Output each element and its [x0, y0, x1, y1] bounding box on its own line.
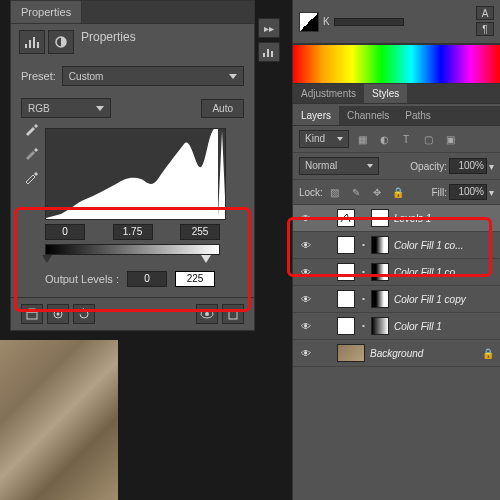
- svg-point-8: [57, 313, 60, 316]
- layer-name[interactable]: Color Fill 1 copy: [394, 294, 494, 305]
- visibility-icon[interactable]: [196, 304, 218, 324]
- filter-smart-icon[interactable]: ▣: [441, 131, 459, 147]
- layer-colorfill-co-2[interactable]: 👁 ∘ Color Fill 1 co...: [293, 259, 500, 286]
- layer-name[interactable]: Levels 1: [394, 213, 494, 224]
- filter-pixel-icon[interactable]: ▦: [353, 131, 371, 147]
- adjustment-thumb-icon[interactable]: [337, 209, 355, 227]
- fill-field[interactable]: 100%: [449, 184, 487, 200]
- blend-mode-select[interactable]: Normal: [299, 157, 379, 175]
- bg-thumb[interactable]: [337, 344, 365, 362]
- color-swatch-icon[interactable]: [299, 12, 319, 32]
- text-tool-icon[interactable]: A: [476, 6, 494, 20]
- collapsed-dock: ▸▸: [258, 18, 280, 62]
- eyedropper-gray-icon[interactable]: [23, 145, 39, 161]
- fill-thumb[interactable]: [337, 290, 355, 308]
- right-panel-group: K A ¶ Adjustments Styles Layers Channels…: [292, 0, 500, 500]
- fill-thumb[interactable]: [337, 263, 355, 281]
- lock-position-icon[interactable]: ✥: [368, 184, 386, 200]
- k-slider[interactable]: [334, 18, 404, 26]
- fill-thumb[interactable]: [337, 236, 355, 254]
- layer-name[interactable]: Background: [370, 348, 477, 359]
- mask-thumb[interactable]: [371, 236, 389, 254]
- paths-tab[interactable]: Paths: [397, 106, 439, 125]
- delete-icon[interactable]: [222, 304, 244, 324]
- filter-type-icon[interactable]: T: [397, 131, 415, 147]
- layer-name[interactable]: Color Fill 1: [394, 321, 494, 332]
- output-black-field[interactable]: 0: [127, 271, 167, 287]
- reset-icon[interactable]: [73, 304, 95, 324]
- output-gradient-slider[interactable]: [45, 244, 220, 255]
- input-white-field[interactable]: 255: [180, 224, 220, 240]
- visibility-toggle[interactable]: 👁: [299, 213, 313, 224]
- layers-tab[interactable]: Layers: [293, 106, 339, 125]
- opacity-field[interactable]: 100%: [449, 158, 487, 174]
- lock-pixels-icon[interactable]: ✎: [347, 184, 365, 200]
- eyedropper-white-icon[interactable]: [23, 169, 39, 185]
- layer-levels-1[interactable]: 👁 ∘ Levels 1: [293, 205, 500, 232]
- properties-title: Properties: [81, 30, 136, 54]
- layer-background[interactable]: 👁 Background 🔒: [293, 340, 500, 367]
- canvas-rock-image: [0, 340, 118, 500]
- paragraph-icon[interactable]: ¶: [476, 22, 494, 36]
- color-spectrum[interactable]: [293, 44, 500, 84]
- dock-histogram-icon[interactable]: [258, 42, 280, 62]
- levels-icon[interactable]: [19, 30, 45, 54]
- filter-shape-icon[interactable]: ▢: [419, 131, 437, 147]
- k-label: K: [323, 16, 330, 27]
- auto-button[interactable]: Auto: [201, 99, 244, 118]
- mask-thumb[interactable]: [371, 317, 389, 335]
- output-white-handle[interactable]: [201, 255, 211, 263]
- visibility-toggle[interactable]: 👁: [299, 321, 313, 332]
- svg-rect-15: [271, 51, 273, 57]
- styles-tab[interactable]: Styles: [364, 84, 407, 103]
- svg-rect-3: [37, 42, 39, 48]
- lock-transparency-icon[interactable]: ▨: [326, 184, 344, 200]
- layer-name[interactable]: Color Fill 1 co...: [394, 267, 494, 278]
- link-icon: ∘: [360, 214, 366, 223]
- layer-colorfill-1[interactable]: 👁 ∘ Color Fill 1: [293, 313, 500, 340]
- opacity-label: Opacity:: [410, 161, 447, 172]
- view-previous-icon[interactable]: [47, 304, 69, 324]
- mask-thumb[interactable]: [371, 209, 389, 227]
- adjustments-tab[interactable]: Adjustments: [293, 84, 364, 103]
- layer-colorfill-co-1[interactable]: 👁 ∘ Color Fill 1 co...: [293, 232, 500, 259]
- mask-thumb[interactable]: [371, 290, 389, 308]
- properties-tab[interactable]: Properties: [11, 1, 82, 23]
- input-mid-field[interactable]: 1.75: [113, 224, 153, 240]
- svg-point-10: [205, 312, 209, 316]
- layer-name[interactable]: Color Fill 1 co...: [394, 240, 494, 251]
- channels-tab[interactable]: Channels: [339, 106, 397, 125]
- svg-rect-14: [267, 49, 269, 57]
- visibility-toggle[interactable]: 👁: [299, 348, 313, 359]
- lock-all-icon[interactable]: 🔒: [389, 184, 407, 200]
- channel-select[interactable]: RGB: [21, 98, 111, 118]
- expand-dock-icon[interactable]: ▸▸: [258, 18, 280, 38]
- filter-kind-select[interactable]: Kind: [299, 130, 349, 148]
- svg-rect-5: [27, 312, 37, 319]
- opacity-chevron-icon[interactable]: ▾: [489, 161, 494, 172]
- visibility-toggle[interactable]: 👁: [299, 267, 313, 278]
- preset-select[interactable]: Custom: [62, 66, 244, 86]
- svg-rect-6: [29, 309, 35, 312]
- svg-rect-11: [229, 311, 237, 319]
- fill-chevron-icon[interactable]: ▾: [489, 187, 494, 198]
- output-black-handle[interactable]: [42, 255, 52, 263]
- fill-thumb[interactable]: [337, 317, 355, 335]
- svg-rect-2: [33, 37, 35, 48]
- properties-panel: Properties Properties Preset: Custom RGB…: [10, 0, 255, 331]
- output-white-field[interactable]: 225: [175, 271, 215, 287]
- clip-icon[interactable]: [21, 304, 43, 324]
- input-black-field[interactable]: 0: [45, 224, 85, 240]
- lock-icon: 🔒: [482, 348, 494, 359]
- mask-icon[interactable]: [48, 30, 74, 54]
- eyedropper-black-icon[interactable]: [23, 121, 39, 137]
- lock-label: Lock:: [299, 187, 323, 198]
- filter-adjust-icon[interactable]: ◐: [375, 131, 393, 147]
- histogram: [45, 128, 226, 220]
- visibility-toggle[interactable]: 👁: [299, 294, 313, 305]
- svg-rect-1: [29, 40, 31, 48]
- mask-thumb[interactable]: [371, 263, 389, 281]
- visibility-toggle[interactable]: 👁: [299, 240, 313, 251]
- svg-rect-0: [25, 44, 27, 48]
- layer-colorfill-copy[interactable]: 👁 ∘ Color Fill 1 copy: [293, 286, 500, 313]
